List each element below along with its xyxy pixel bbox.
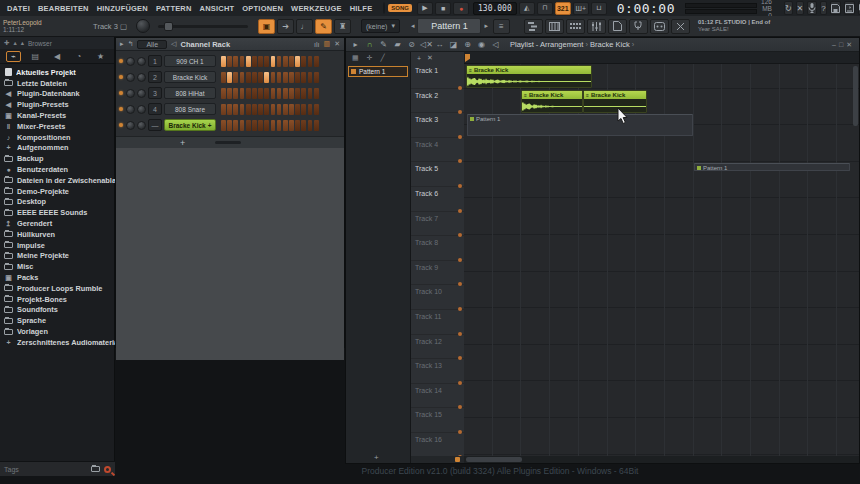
step-cell[interactable]: [264, 104, 269, 115]
tempo-display[interactable]: 130.000: [473, 2, 517, 15]
step-cell[interactable]: [314, 104, 319, 115]
volume-knob[interactable]: [137, 57, 146, 66]
channel-number[interactable]: 3: [148, 87, 162, 99]
browser-tab-file-icon[interactable]: ▤: [28, 51, 43, 62]
slip-tool-icon[interactable]: ↔: [434, 40, 445, 49]
playlist-titlebar[interactable]: ▸ ∩ ✎ ▰ ⊘ ◁✕ ↔ ◪ ⊕ ◉ ◁ Playlist - Arrang…: [346, 38, 859, 52]
playlist-toggle[interactable]: [524, 19, 543, 34]
add-channel-button[interactable]: +: [180, 138, 185, 148]
browser-item[interactable]: ◀Plugin-Presets: [0, 99, 114, 110]
step-cell[interactable]: [240, 56, 245, 67]
step-cell[interactable]: [264, 56, 269, 67]
menu-item-hinzufügen[interactable]: HINZUFÜGEN: [94, 2, 151, 15]
step-cell[interactable]: [295, 72, 300, 83]
playlist-track-header[interactable]: Track 9: [411, 261, 464, 286]
step-cell[interactable]: [252, 104, 257, 115]
pan-knob[interactable]: [126, 105, 135, 114]
playlist-track-header[interactable]: Track 1: [411, 64, 464, 89]
picker-pattern-item[interactable]: Pattern 1: [348, 66, 408, 77]
playlist-track-header[interactable]: Track 14: [411, 384, 464, 409]
step-cell[interactable]: [221, 120, 226, 131]
browser-item[interactable]: Letzte Dateien: [0, 78, 114, 89]
main-pitch-knob[interactable]: [136, 19, 150, 33]
playlist-track-header[interactable]: Track 15: [411, 408, 464, 433]
step-cell[interactable]: [295, 88, 300, 99]
playlist-track-header[interactable]: Track 11: [411, 310, 464, 335]
step-cell[interactable]: [227, 88, 232, 99]
menu-item-werkzeuge[interactable]: WERKZEUGE: [288, 2, 345, 15]
playlist-track-header[interactable]: Track 4: [411, 138, 464, 163]
channel-rack-toggle[interactable]: [566, 19, 585, 34]
step-cell[interactable]: [252, 56, 257, 67]
step-cell[interactable]: [289, 104, 294, 115]
step-cell[interactable]: [314, 120, 319, 131]
step-cell[interactable]: [246, 56, 251, 67]
step-cell[interactable]: [246, 104, 251, 115]
menu-arrow-icon[interactable]: ↰: [128, 40, 134, 48]
playlist-track-header[interactable]: Track 12: [411, 335, 464, 360]
sync-icon[interactable]: ↻: [784, 1, 793, 15]
step-cell[interactable]: [283, 120, 288, 131]
browser-item[interactable]: Producer Loops Rumble: [0, 283, 114, 294]
step-cell[interactable]: [289, 120, 294, 131]
playlist-track-header[interactable]: Track 16: [411, 433, 464, 456]
delete-track-icon[interactable]: ✕: [427, 54, 433, 62]
browser-item[interactable]: +Aufgenommen: [0, 143, 114, 154]
main-shuffle-knob[interactable]: [383, 2, 385, 14]
menu-item-hilfe[interactable]: HILFE: [347, 2, 376, 15]
browser-item[interactable]: Projekt-Bones: [0, 294, 114, 305]
playlist-track-header[interactable]: Track 13: [411, 359, 464, 384]
step-cell[interactable]: [246, 88, 251, 99]
step-cell[interactable]: [246, 72, 251, 83]
step-cell[interactable]: [258, 120, 263, 131]
browser-item[interactable]: Aktuelles Projekt: [0, 67, 114, 78]
typing-to-piano-icon[interactable]: Ш+: [573, 2, 589, 15]
pattern-clip[interactable]: Pattern 1: [694, 163, 850, 171]
mute-led[interactable]: [119, 75, 123, 79]
scroll-home-button[interactable]: [455, 457, 460, 462]
browser-item[interactable]: Desktop: [0, 197, 114, 208]
draw-tool-icon[interactable]: ✎: [378, 40, 389, 49]
step-cell[interactable]: [308, 104, 313, 115]
playlist-vertical-scrollbar[interactable]: [853, 66, 858, 126]
collapse-all-icon[interactable]: ✚: [4, 39, 9, 47]
mute-led[interactable]: [119, 59, 123, 63]
playlist-grid[interactable]: ≡Bracke Kick≡Bracke Kick≡Bracke KickPatt…: [464, 52, 859, 456]
playlist-track-header[interactable]: Track 5: [411, 162, 464, 187]
channel-filter-select[interactable]: Alle: [137, 40, 167, 49]
step-cell[interactable]: [295, 104, 300, 115]
browser-item[interactable]: Soundfonts: [0, 305, 114, 316]
detach-icon[interactable]: ▸: [350, 40, 361, 49]
detach-icon[interactable]: ▸: [120, 40, 124, 48]
menu-item-optionen[interactable]: OPTIONEN: [239, 2, 286, 15]
step-cell[interactable]: [240, 88, 245, 99]
pattern-menu-icon[interactable]: ≡: [493, 19, 510, 34]
pan-knob[interactable]: [126, 73, 135, 82]
menu-item-bearbeiten[interactable]: BEARBEITEN: [35, 2, 92, 15]
track-arm-dot[interactable]: [458, 455, 462, 457]
plugin-picker-toggle[interactable]: [629, 19, 648, 34]
pan-knob[interactable]: [126, 89, 135, 98]
step-cell[interactable]: [221, 56, 226, 67]
step-cell[interactable]: [233, 104, 238, 115]
graph-editor-icon[interactable]: ılı: [314, 41, 319, 48]
mute-tool-icon[interactable]: ◁✕: [420, 40, 431, 49]
step-cell[interactable]: [301, 72, 306, 83]
browser-item[interactable]: Meine Projekte: [0, 251, 114, 262]
close-button[interactable]: ✕: [846, 41, 855, 48]
audio-clip[interactable]: ≡Bracke Kick: [466, 65, 592, 88]
mixer-toggle[interactable]: [587, 19, 606, 34]
step-cell[interactable]: [246, 120, 251, 131]
playlist-track-header[interactable]: Track 6: [411, 187, 464, 212]
step-cell[interactable]: [240, 104, 245, 115]
step-cell[interactable]: [240, 72, 245, 83]
browser-item[interactable]: EEEE EEEE Sounds: [0, 207, 114, 218]
step-cell[interactable]: [264, 72, 269, 83]
browser-item[interactable]: Dateien in der Zwischenablage: [0, 175, 114, 186]
pattern-prev-button[interactable]: ◂: [408, 22, 418, 30]
playlist-track-header[interactable]: Track 7: [411, 212, 464, 237]
step-cell[interactable]: [271, 104, 276, 115]
step-cell[interactable]: [252, 72, 257, 83]
step-cell[interactable]: [289, 56, 294, 67]
step-cell[interactable]: [233, 56, 238, 67]
